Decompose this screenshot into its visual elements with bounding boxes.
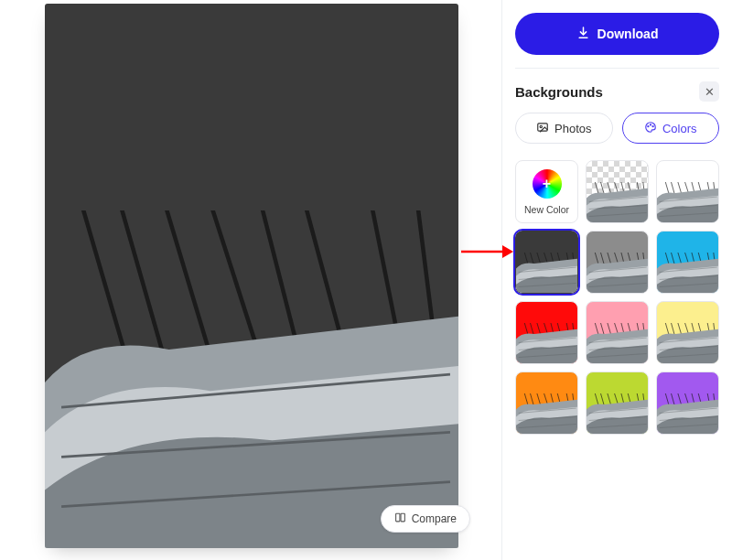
swatch-11[interactable] <box>656 372 719 435</box>
swatch-preview <box>587 232 648 293</box>
download-label: Download <box>597 27 659 41</box>
swatch-5[interactable] <box>656 231 719 294</box>
svg-point-16 <box>650 124 651 124</box>
swatch-preview <box>516 302 577 363</box>
compare-label: Compare <box>412 512 457 525</box>
photos-icon <box>536 121 549 136</box>
swatch-preview <box>657 372 718 434</box>
compare-button[interactable]: Compare <box>381 505 470 533</box>
swatch-grid: New Color <box>515 160 719 435</box>
backgrounds-tabs: Photos Colors <box>515 113 719 144</box>
divider <box>515 68 719 69</box>
color-wheel-icon <box>533 169 562 199</box>
swatch-3[interactable] <box>515 231 578 294</box>
swatch-10[interactable] <box>586 372 649 435</box>
preview-image <box>45 4 458 548</box>
close-icon[interactable]: ✕ <box>699 81 719 102</box>
swatch-preview <box>587 372 648 434</box>
tab-photos-label: Photos <box>554 122 591 135</box>
sidebar: Download Backgrounds ✕ Photos <box>501 0 732 560</box>
swatch-preview <box>657 232 718 293</box>
svg-rect-11 <box>395 513 399 522</box>
swatch-9[interactable] <box>515 372 578 435</box>
svg-rect-12 <box>401 513 404 522</box>
swatch-preview <box>587 161 648 222</box>
swatch-7[interactable] <box>586 301 649 364</box>
swatch-new-color[interactable]: New Color <box>515 160 578 223</box>
swatch-4[interactable] <box>586 231 649 294</box>
download-button[interactable]: Download <box>515 13 719 55</box>
new-color-label: New Color <box>524 204 569 215</box>
swatch-preview <box>516 372 577 434</box>
swatch-6[interactable] <box>515 301 578 364</box>
swatch-transparent[interactable] <box>586 160 649 223</box>
tab-colors-label: Colors <box>662 122 697 135</box>
download-icon <box>576 26 590 42</box>
swatch-preview <box>657 302 718 363</box>
tab-photos[interactable]: Photos <box>515 113 613 144</box>
preview-area: Compare <box>0 0 501 560</box>
compare-icon <box>394 512 406 526</box>
svg-point-17 <box>652 125 653 126</box>
swatch-preview <box>657 161 718 222</box>
backgrounds-title: Backgrounds <box>515 84 603 100</box>
swatch-preview <box>516 232 577 293</box>
swatch-preview <box>587 302 648 363</box>
swatch-2[interactable] <box>656 160 719 223</box>
svg-point-15 <box>648 125 649 126</box>
tab-colors[interactable]: Colors <box>622 113 720 144</box>
svg-point-14 <box>540 125 542 127</box>
swatch-8[interactable] <box>656 301 719 364</box>
palette-icon <box>644 121 657 136</box>
